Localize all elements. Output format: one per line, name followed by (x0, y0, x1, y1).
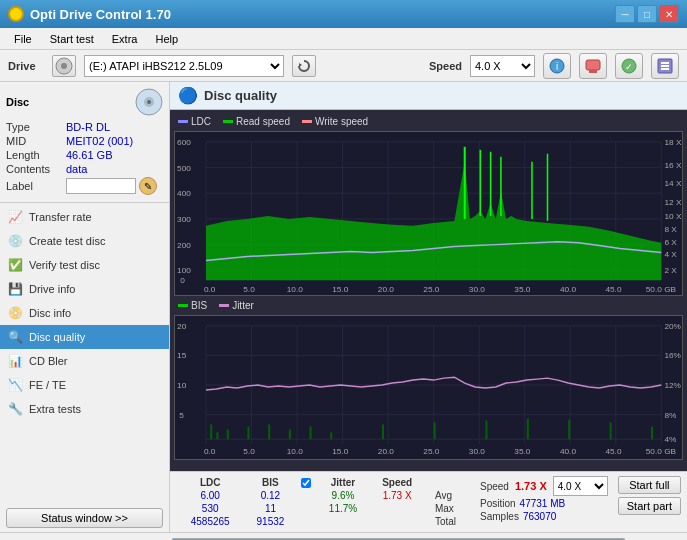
stats-area: LDC BIS Jitter Speed (170, 471, 687, 532)
mid-value: MEIT02 (001) (66, 135, 133, 147)
stats-speed-select[interactable]: 4.0 X 2.0 X (553, 476, 608, 496)
jitter-checkbox[interactable] (301, 478, 311, 488)
svg-text:14 X: 14 X (664, 179, 682, 188)
write-speed-label: Write speed (315, 116, 368, 127)
lower-chart: 20 15 10 5 20% 16% 12% 8% 4% 0.0 5.0 10.… (174, 315, 683, 460)
content-title: Disc quality (204, 88, 277, 103)
cd-bler-icon: 📊 (8, 354, 23, 368)
nav-create-test-disc[interactable]: 💿 Create test disc (0, 229, 169, 253)
sidebar: Disc Type BD-R DL MID MEIT02 (001) Lengt… (0, 82, 170, 532)
position-label: Position (480, 498, 516, 509)
close-button[interactable]: ✕ (659, 5, 679, 23)
disc-quality-label: Disc quality (29, 331, 85, 343)
svg-text:i: i (556, 61, 558, 72)
label-input[interactable] (66, 178, 136, 194)
cd-bler-label: CD Bler (29, 355, 68, 367)
label-label: Label (6, 180, 66, 192)
jitter-dot (219, 304, 229, 307)
content-header: 🔵 Disc quality (170, 82, 687, 110)
svg-rect-6 (589, 70, 597, 73)
nav-extra-tests[interactable]: 🔧 Extra tests (0, 397, 169, 421)
disc-info-label: Disc info (29, 307, 71, 319)
total-bis: 91532 (244, 515, 296, 528)
svg-text:25.0: 25.0 (423, 447, 440, 456)
maximize-button[interactable]: □ (637, 5, 657, 23)
svg-text:0: 0 (180, 276, 185, 285)
svg-text:45.0: 45.0 (605, 447, 622, 456)
svg-text:✓: ✓ (625, 62, 633, 72)
nav-items: 📈 Transfer rate 💿 Create test disc ✅ Ver… (0, 203, 169, 504)
menu-extra[interactable]: Extra (104, 31, 146, 47)
svg-text:15.0: 15.0 (332, 447, 349, 456)
fe-te-icon: 📉 (8, 378, 23, 392)
total-ldc: 4585265 (176, 515, 244, 528)
drive-icon-btn[interactable] (52, 55, 76, 77)
right-stats: Speed 1.73 X 4.0 X 2.0 X Position 47731 … (480, 476, 608, 528)
app-title: Opti Drive Control 1.70 (30, 7, 171, 22)
svg-text:5.0: 5.0 (243, 285, 255, 294)
upper-chart-legend: LDC Read speed Write speed (174, 114, 683, 129)
svg-text:15: 15 (177, 352, 187, 361)
svg-text:20.0: 20.0 (378, 285, 395, 294)
svg-text:300: 300 (177, 215, 191, 224)
svg-text:50.0 GB: 50.0 GB (646, 447, 676, 456)
toolbar-btn-4[interactable] (651, 53, 679, 79)
toolbar-btn-2[interactable] (579, 53, 607, 79)
toolbar-btn-1[interactable]: i (543, 53, 571, 79)
max-bis: 11 (244, 502, 296, 515)
svg-rect-12 (661, 68, 669, 70)
max-row-label: Max (435, 503, 456, 514)
start-full-button[interactable]: Start full (618, 476, 681, 494)
menu-help[interactable]: Help (147, 31, 186, 47)
drive-refresh-btn[interactable] (292, 55, 316, 77)
menu-start-test[interactable]: Start test (42, 31, 102, 47)
legend-bis: BIS (178, 300, 207, 311)
speed-select[interactable]: 4.0 X 2.0 X 8.0 X (470, 55, 535, 77)
transfer-rate-icon: 📈 (8, 210, 23, 224)
total-row-label: Total (435, 516, 456, 527)
start-part-button[interactable]: Start part (618, 497, 681, 515)
toolbar-btn-3[interactable]: ✓ (615, 53, 643, 79)
speed-label: Speed (429, 60, 462, 72)
status-window-btn[interactable]: Status window >> (6, 508, 163, 528)
status-bar: Test completed 100.0% 66:24 (0, 532, 687, 540)
bis-dot (178, 304, 188, 307)
menu-file[interactable]: File (6, 31, 40, 47)
svg-text:35.0: 35.0 (514, 285, 531, 294)
action-buttons: Start full Start part (618, 476, 681, 528)
avg-bis: 0.12 (244, 489, 296, 502)
avg-speed: 1.73 X (369, 489, 424, 502)
nav-disc-info[interactable]: 📀 Disc info (0, 301, 169, 325)
nav-disc-quality[interactable]: 🔍 Disc quality (0, 325, 169, 349)
svg-text:6 X: 6 X (664, 238, 677, 247)
legend-read-speed: Read speed (223, 116, 290, 127)
minimize-button[interactable]: ─ (615, 5, 635, 23)
svg-text:35.0: 35.0 (514, 447, 531, 456)
drive-bar: Drive (E:) ATAPI iHBS212 2.5L09 Speed 4.… (0, 50, 687, 82)
stats-table: LDC BIS Jitter Speed (176, 476, 425, 528)
svg-text:0.0: 0.0 (204, 447, 216, 456)
svg-text:8 X: 8 X (664, 225, 677, 234)
nav-verify-test-disc[interactable]: ✅ Verify test disc (0, 253, 169, 277)
create-test-disc-icon: 💿 (8, 234, 23, 248)
legend-write-speed: Write speed (302, 116, 368, 127)
lower-chart-legend: BIS Jitter (174, 298, 683, 313)
nav-fe-te[interactable]: 📉 FE / TE (0, 373, 169, 397)
label-icon[interactable]: ✎ (139, 177, 157, 195)
nav-drive-info[interactable]: 💾 Drive info (0, 277, 169, 301)
drive-select[interactable]: (E:) ATAPI iHBS212 2.5L09 (84, 55, 284, 77)
mid-label: MID (6, 135, 66, 147)
nav-transfer-rate[interactable]: 📈 Transfer rate (0, 205, 169, 229)
svg-point-15 (147, 100, 151, 104)
nav-cd-bler[interactable]: 📊 CD Bler (0, 349, 169, 373)
position-value: 47731 MB (520, 498, 566, 509)
stats-row-max: 530 11 11.7% (176, 502, 425, 515)
svg-text:100: 100 (177, 266, 191, 275)
verify-test-disc-icon: ✅ (8, 258, 23, 272)
legend-jitter: Jitter (219, 300, 254, 311)
svg-text:16%: 16% (664, 352, 681, 361)
svg-text:10.0: 10.0 (287, 285, 304, 294)
svg-rect-11 (661, 65, 669, 67)
samples-value: 763070 (523, 511, 556, 522)
contents-value: data (66, 163, 87, 175)
